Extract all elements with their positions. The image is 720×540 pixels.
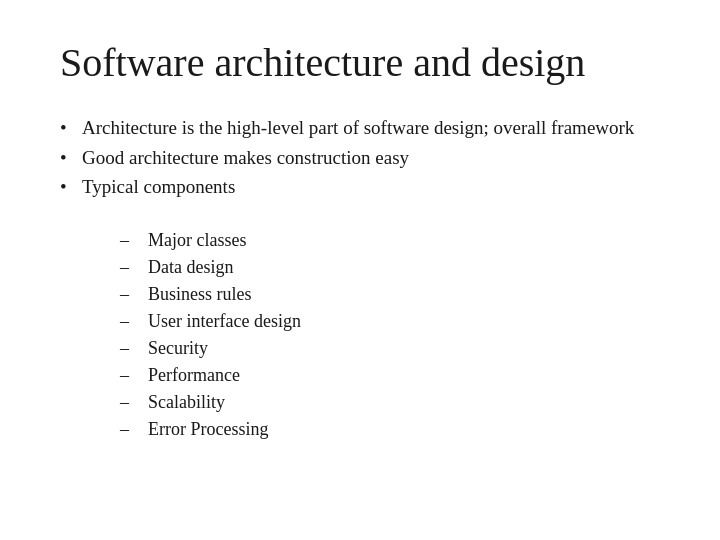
bullet-item-3: Typical components	[60, 173, 660, 201]
sub-item-7: Scalability	[120, 389, 660, 416]
sub-item-5: Security	[120, 335, 660, 362]
sub-item-4: User interface design	[120, 308, 660, 335]
slide: Software architecture and design Archite…	[0, 0, 720, 540]
main-bullet-list: Architecture is the high-level part of s…	[60, 114, 660, 203]
slide-title: Software architecture and design	[60, 40, 660, 86]
sub-item-3: Business rules	[120, 281, 660, 308]
sub-item-2: Data design	[120, 254, 660, 281]
bullet-item-2: Good architecture makes construction eas…	[60, 144, 660, 172]
bullet-item-1: Architecture is the high-level part of s…	[60, 114, 660, 142]
sub-item-list: Major classes Data design Business rules…	[120, 227, 660, 443]
sub-item-1: Major classes	[120, 227, 660, 254]
sub-item-8: Error Processing	[120, 416, 660, 443]
sub-item-6: Performance	[120, 362, 660, 389]
